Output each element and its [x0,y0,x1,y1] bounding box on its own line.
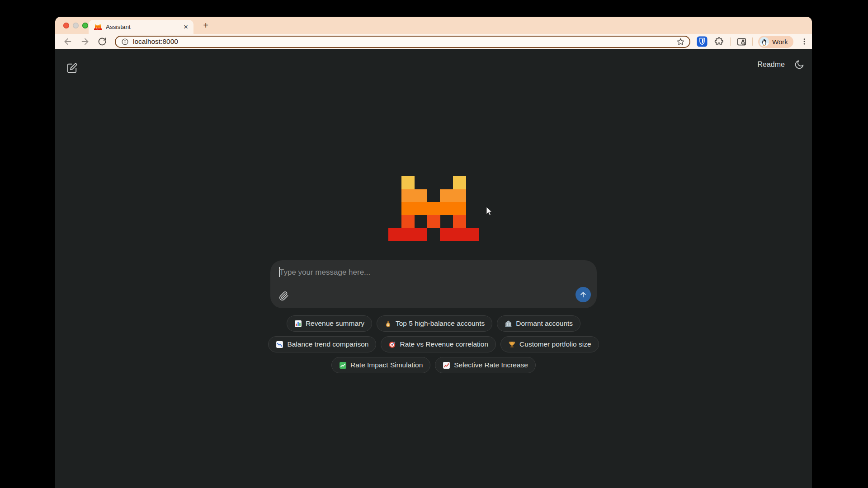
chip-label: Selective Rate Increase [454,361,528,369]
close-window-button[interactable] [63,23,69,28]
new-tab-button[interactable]: + [200,19,212,31]
logo-block [453,215,466,228]
bar-chart-icon [294,320,302,328]
logo-block [401,189,428,202]
moon-icon [794,59,805,70]
message-input[interactable] [279,266,578,279]
toolbar-divider [730,38,731,46]
site-info-icon[interactable] [121,38,129,46]
profile-avatar [760,37,769,47]
logo-block [401,176,415,189]
zoom-window-button[interactable] [82,23,88,28]
suggestion-chip[interactable]: Customer portfolio size [500,336,599,352]
logo-block [427,215,440,228]
trophy-icon [508,341,516,348]
send-button[interactable] [576,287,591,302]
arrow-up-icon [579,291,587,299]
chart-down-icon [276,341,283,348]
browser-toolbar: localhost:8000 Work [55,34,812,49]
suggestion-chip[interactable]: Rate vs Revenue correlation [381,336,496,352]
chip-label: Rate Impact Simulation [350,361,423,369]
bookmark-star-icon[interactable] [676,38,685,46]
browser-tab[interactable]: Assistant × [89,20,193,34]
forward-icon[interactable] [80,36,90,47]
extensions-puzzle-icon[interactable] [714,36,725,47]
logo-block [440,228,479,241]
chip-label: Balance trend comparison [287,340,368,348]
suggestion-chip[interactable]: Rate Impact Simulation [331,357,430,373]
chip-label: Revenue summary [306,319,364,328]
attach-file-button[interactable] [278,290,290,302]
suggestion-chip[interactable]: Balance trend comparison [268,336,376,352]
chip-row: Revenue summary$Top 5 high-balance accou… [55,315,812,332]
page-content: Readme Revenue summary$Top 5 high- [55,49,812,488]
window-controls [63,23,88,28]
logo-block [440,189,466,202]
suggestion-chips: Revenue summary$Top 5 high-balance accou… [55,315,812,373]
tab-search-panel-icon[interactable] [736,36,747,47]
tab-title: Assistant [106,23,183,30]
browser-window: Assistant × + localhost:8000 [55,17,812,488]
page-topbar-right: Readme [758,59,805,70]
minimize-window-button[interactable] [73,23,79,28]
logo-block [401,202,466,215]
logo-block [453,176,466,189]
new-chat-button[interactable] [65,61,79,75]
chip-row: Rate Impact SimulationSelective Rate Inc… [55,357,812,373]
back-icon[interactable] [62,36,73,47]
money-bag-icon: $ [384,320,392,328]
compose-icon [66,62,78,74]
chart-up-icon [443,361,450,369]
dark-mode-toggle[interactable] [794,59,805,70]
url-text[interactable]: localhost:8000 [133,38,178,46]
tab-favicon-m-logo-icon [94,24,102,30]
reload-icon[interactable] [97,36,108,47]
message-input-container [270,260,597,308]
target-icon [388,341,396,348]
suggestion-chip[interactable]: Dormant accounts [497,315,580,332]
chip-label: Dormant accounts [516,319,573,328]
chart-up-green-icon [339,361,347,369]
chip-label: Top 5 high-balance accounts [396,319,485,328]
chip-label: Rate vs Revenue correlation [400,340,488,348]
paperclip-icon [279,291,289,301]
toolbar-divider [752,38,753,46]
logo-block [388,228,427,241]
url-bar[interactable]: localhost:8000 [115,36,690,48]
chip-row: Balance trend comparisonRate vs Revenue … [55,336,812,352]
browser-menu-icon[interactable] [799,36,810,47]
suggestion-chip[interactable]: $Top 5 high-balance accounts [377,315,492,332]
tab-strip: Assistant × + [55,17,812,34]
chip-label: Customer portfolio size [519,340,591,348]
readme-link[interactable]: Readme [758,61,785,69]
logo-block [98,28,102,30]
suggestion-chip[interactable]: Selective Rate Increase [435,357,536,373]
app-logo-m-pixel [388,176,479,241]
profile-name: Work [772,38,788,46]
bank-icon [505,320,512,328]
logo-block [94,28,98,30]
suggestion-chip[interactable]: Revenue summary [287,315,372,332]
profile-button[interactable]: Work [758,36,793,48]
logo-block [401,215,415,228]
screenshot-root: Assistant × + localhost:8000 [0,0,868,488]
tab-close-icon[interactable]: × [183,23,189,31]
bitwarden-extension-icon[interactable] [697,36,708,47]
svg-text:$: $ [387,323,389,327]
mouse-cursor [486,206,493,216]
